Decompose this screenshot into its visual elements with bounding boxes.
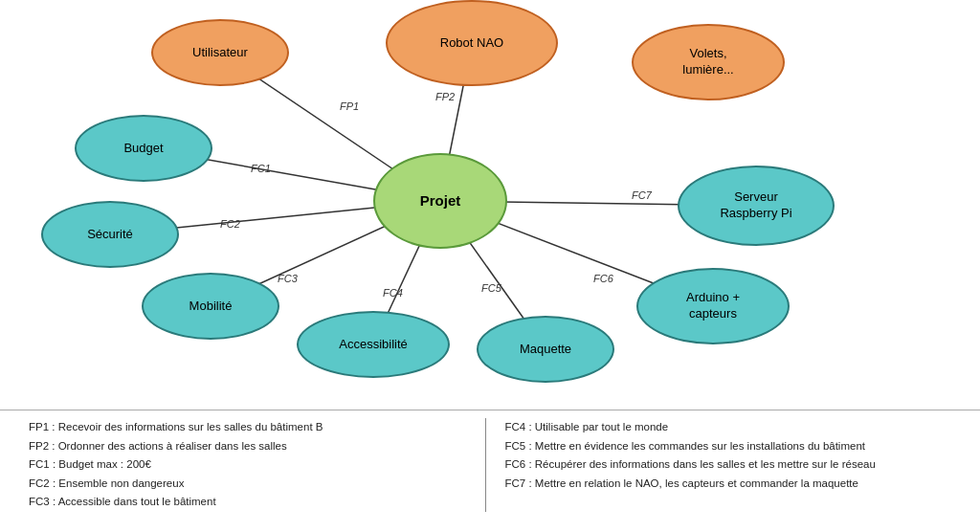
node-accessibilite: Accessibilité: [297, 311, 450, 378]
node-securite: Sécurité: [41, 201, 179, 268]
legend-item: FP1 : Recevoir des informations sur les …: [29, 418, 466, 437]
svg-text:FC6: FC6: [593, 273, 614, 284]
node-arduinoCapteurs: Arduino +capteurs: [636, 268, 790, 344]
legend-item: FC4 : Utilisable par tout le monde: [505, 418, 943, 437]
svg-text:FC7: FC7: [632, 189, 653, 201]
node-serveurRaspberry: ServeurRaspberry Pi: [678, 166, 835, 246]
svg-text:FC1: FC1: [251, 163, 271, 174]
legend-item: FC3 : Accessible dans tout le bâtiment: [29, 493, 466, 512]
legend-item: FC6 : Récupérer des informations dans le…: [505, 455, 943, 475]
node-projet: Projet: [373, 153, 507, 249]
svg-text:FC2: FC2: [220, 218, 240, 230]
svg-text:FC3: FC3: [278, 273, 299, 284]
legend-item: FC2 : Ensemble non dangereux: [29, 475, 466, 494]
diagram-area: FP1FP2FC1FC2FC3FC4FC5FC6FC7 ProjetUtilis…: [0, 0, 980, 402]
svg-text:FC4: FC4: [383, 287, 403, 299]
svg-text:FP2: FP2: [435, 91, 455, 102]
legend-item: FP2 : Ordonner des actions à réaliser da…: [29, 437, 466, 456]
node-voletsLumiere: Volets,lumière...: [632, 24, 785, 100]
node-maquette: Maquette: [477, 316, 614, 383]
svg-text:FC5: FC5: [481, 282, 502, 294]
node-budget: Budget: [75, 115, 212, 182]
svg-text:FP1: FP1: [340, 100, 359, 112]
legend-item: FC7 : Mettre en relation le NAO, les cap…: [505, 475, 943, 494]
legend-item: FC1 : Budget max : 200€: [29, 455, 466, 475]
legend-right: FC4 : Utilisable par tout le mondeFC5 : …: [486, 418, 952, 512]
node-utilisateur: Utilisateur: [151, 19, 289, 86]
legend-left: FP1 : Recevoir des informations sur les …: [29, 418, 486, 512]
legend-area: FP1 : Recevoir des informations sur les …: [0, 410, 980, 520]
node-robotNAO: Robot NAO: [386, 0, 558, 86]
node-mobilite: Mobilité: [142, 273, 279, 340]
legend-item: FC5 : Mettre en évidence les commandes s…: [505, 437, 943, 456]
